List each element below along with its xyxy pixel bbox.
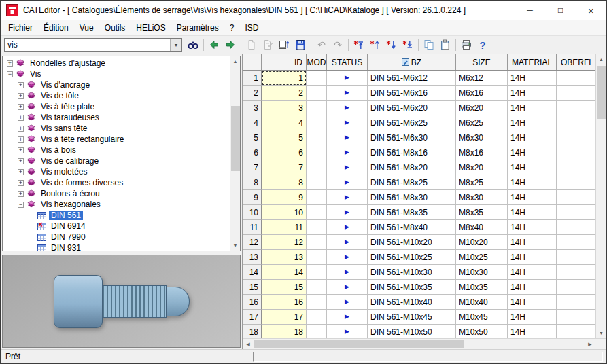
cell-oberfl[interactable] [557, 160, 595, 175]
scroll-right-button[interactable]: ▶ [585, 339, 595, 349]
cell-size[interactable]: M8x20 [456, 160, 508, 175]
cell-size[interactable]: M10x40 [456, 295, 508, 310]
cell-size[interactable]: M8x35 [456, 205, 508, 220]
cell-id[interactable]: 10 [262, 205, 307, 220]
expand-icon[interactable]: + [18, 93, 24, 99]
cell-bz[interactable]: DIN 561-M10x35 [368, 280, 456, 295]
expand-icon[interactable]: + [18, 82, 24, 88]
grid-vertical-scrollbar[interactable]: ▲ ▼ [595, 54, 606, 338]
cell-id[interactable]: 16 [262, 295, 307, 310]
cell-mod[interactable] [307, 190, 327, 205]
row-number[interactable]: 12 [243, 235, 262, 250]
cell-size[interactable]: M6x25 [456, 115, 508, 130]
scroll-track[interactable] [254, 339, 585, 349]
cell-bz[interactable]: DIN 561-M6x16 [368, 86, 456, 101]
cell-material[interactable]: 14H [508, 280, 557, 295]
scroll-left-button[interactable]: ◀ [243, 339, 254, 349]
cell-material[interactable]: 14H [508, 86, 557, 101]
row-number[interactable]: 1 [243, 71, 262, 86]
insert-record-last-button[interactable] [400, 37, 416, 52]
insert-record-before-button[interactable] [367, 37, 383, 52]
cell-id[interactable]: 18 [262, 325, 307, 338]
tree-vertical-scrollbar[interactable]: ▲ ▼ [230, 56, 240, 251]
cell-material[interactable]: 14H [508, 101, 557, 115]
tree-item-vis-d-ancrage[interactable]: +Vis d'ancrage [3, 79, 230, 90]
cell-oberfl[interactable] [557, 310, 595, 325]
tree-item-vis-t-te-rectangulaire[interactable]: +Vis à tête rectangulaire [3, 134, 230, 145]
tree-item-din-561[interactable]: DIN 561 [3, 210, 230, 221]
cell-material[interactable]: 14H [508, 325, 557, 338]
cell-mod[interactable] [307, 325, 327, 338]
cell-mod[interactable] [307, 130, 327, 145]
cell-material[interactable]: 14H [508, 295, 557, 310]
cell-bz[interactable]: DIN 561-M8x25 [368, 175, 456, 190]
row-number[interactable]: 18 [243, 325, 262, 338]
expand-icon[interactable]: + [18, 169, 24, 175]
row-number[interactable]: 8 [243, 175, 262, 190]
cell-status[interactable]: ▶ [327, 265, 368, 280]
cell-material[interactable]: 14H [508, 130, 557, 145]
cell-material[interactable]: 14H [508, 265, 557, 280]
help-button[interactable]: ? [474, 37, 491, 52]
cell-status[interactable]: ▶ [327, 175, 368, 190]
cell-size[interactable]: M10x25 [456, 250, 508, 265]
cell-status[interactable]: ▶ [327, 160, 368, 175]
cell-id[interactable]: 4 [262, 115, 307, 130]
column-header-mod[interactable]: MOD [307, 54, 327, 70]
cell-oberfl[interactable] [557, 86, 595, 101]
search-input[interactable] [5, 39, 170, 51]
cell-mod[interactable] [307, 145, 327, 160]
cell-oberfl[interactable] [557, 101, 595, 115]
cell-bz[interactable]: DIN 561-M10x50 [368, 325, 456, 338]
tree-item-vis-bois[interactable]: +Vis à bois [3, 145, 230, 156]
scroll-down-button[interactable]: ▼ [230, 240, 241, 251]
row-number[interactable]: 2 [243, 86, 262, 101]
save-button[interactable] [292, 37, 309, 52]
column-header-size[interactable]: SIZE [456, 54, 508, 70]
cell-oberfl[interactable] [557, 190, 595, 205]
cell-id[interactable]: 15 [262, 280, 307, 295]
cell-bz[interactable]: DIN 561-M6x30 [368, 130, 456, 145]
cell-status[interactable]: ▶ [327, 235, 368, 250]
cell-id[interactable]: 9 [262, 190, 307, 205]
corner-header-cell[interactable] [243, 54, 262, 70]
row-number[interactable]: 16 [243, 295, 262, 310]
expand-icon[interactable]: + [7, 60, 13, 67]
cell-bz[interactable]: DIN 561-M8x30 [368, 190, 456, 205]
paste-button[interactable] [437, 37, 453, 52]
expand-icon[interactable]: + [18, 104, 24, 110]
row-number[interactable]: 11 [243, 220, 262, 235]
minimize-button[interactable]: ─ [515, 1, 545, 20]
cell-material[interactable]: 14H [508, 205, 557, 220]
cell-size[interactable]: M6x16 [456, 86, 508, 101]
scroll-track[interactable] [596, 65, 606, 328]
cell-oberfl[interactable] [557, 265, 595, 280]
cell-mod[interactable] [307, 71, 327, 86]
tree-item-vis[interactable]: −Vis [3, 69, 230, 79]
row-number[interactable]: 9 [243, 190, 262, 205]
cell-status[interactable]: ▶ [327, 220, 368, 235]
cell-bz[interactable]: DIN 561-M10x20 [368, 235, 456, 250]
new-record-button[interactable] [243, 37, 260, 52]
cell-size[interactable]: M6x20 [456, 101, 508, 115]
cell-size[interactable]: M10x35 [456, 280, 508, 295]
cell-material[interactable]: 14H [508, 160, 557, 175]
cell-mod[interactable] [307, 101, 327, 115]
cell-material[interactable]: 14H [508, 235, 557, 250]
expand-icon[interactable]: + [18, 126, 24, 132]
cell-mod[interactable] [307, 235, 327, 250]
tree-item-vis-t-te-plate[interactable]: +Vis à tête plate [3, 101, 230, 112]
tree-item-boulons-crou[interactable]: +Boulons à écrou [3, 188, 230, 199]
cell-oberfl[interactable] [557, 205, 595, 220]
cell-id[interactable]: 3 [262, 101, 307, 115]
cell-size[interactable]: M6x12 [456, 71, 508, 86]
cell-material[interactable]: 14H [508, 145, 557, 160]
cell-material[interactable]: 14H [508, 115, 557, 130]
cell-mod[interactable] [307, 265, 327, 280]
cell-mod[interactable] [307, 86, 327, 101]
row-number[interactable]: 17 [243, 310, 262, 325]
collapse-icon[interactable]: − [7, 71, 13, 77]
cell-mod[interactable] [307, 295, 327, 310]
column-header-material[interactable]: MATERIAL [508, 54, 557, 70]
insert-record-first-button[interactable] [351, 37, 367, 52]
